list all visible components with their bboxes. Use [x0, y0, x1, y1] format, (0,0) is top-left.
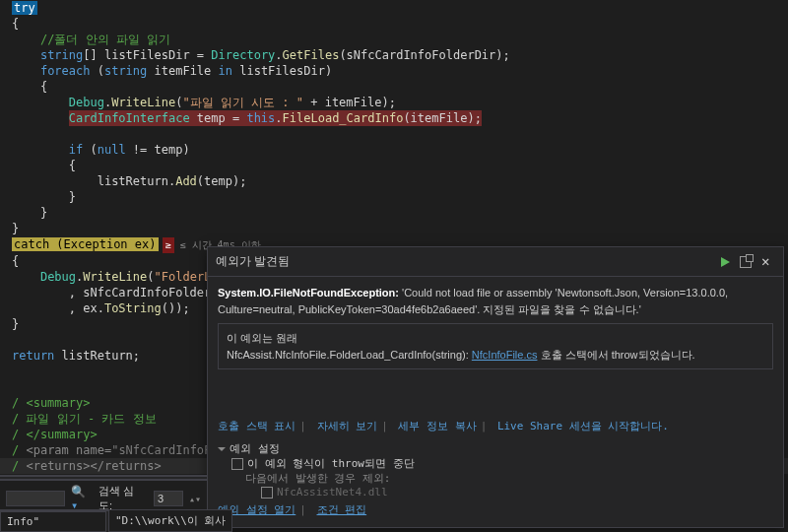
origin-label: 이 예외는 원래 — [227, 330, 764, 347]
settings-header: 예외 설정 — [230, 442, 280, 455]
code-line: string[] listFilesDir = Directory.GetFil… — [0, 47, 788, 63]
continue-icon[interactable] — [721, 257, 730, 267]
brace: { — [0, 16, 788, 32]
show-callstack-link[interactable]: 호출 스택 표시 — [218, 420, 296, 432]
brace: } — [0, 221, 788, 236]
blank-line — [0, 126, 788, 142]
depth-input[interactable] — [154, 491, 183, 506]
brace: { — [0, 158, 788, 173]
exception-message: System.IO.FileNotFoundException: 'Could … — [218, 285, 773, 317]
comment: //폴더 안의 파일 읽기 — [40, 33, 170, 46]
popup-title: 예외가 발견됨 — [216, 253, 721, 270]
path-cell: "D:\\work\\이 회사 — [108, 509, 232, 532]
exception-popup: 예외가 발견됨 ✕ System.IO.FileNotFoundExceptio… — [207, 246, 784, 528]
popup-action-links: 호출 스택 표시| 자세히 보기| 세부 정보 복사| Live Share 세… — [208, 415, 783, 437]
brace: } — [0, 189, 788, 205]
origin-detail: NfcAssist.NfcInfoFile.FolderLoad_CardInf… — [227, 347, 764, 364]
search-input[interactable] — [6, 491, 65, 506]
code-line: Debug.WriteLine("파일 읽기 시도 : " + itemFile… — [0, 95, 788, 110]
code-line: foreach (string itemFile in listFilesDir… — [0, 63, 788, 79]
breakpoint-badge: ≥ — [163, 237, 174, 253]
view-details-link[interactable]: 자세히 보기 — [317, 420, 378, 432]
exception-origin-box: 이 예외는 원래 NfcAssist.NfcInfoFile.FolderLoa… — [218, 323, 773, 369]
exception-line: CardInfoInterface temp = this.FileLoad_C… — [0, 110, 788, 126]
source-file-link[interactable]: NfcInfoFile.cs — [472, 349, 538, 361]
copy-details-link[interactable]: 세부 정보 복사 — [398, 420, 476, 432]
except-from-label: 다음에서 발생한 경우 제외: — [218, 471, 773, 486]
module-name: NfcAssistNet4.dll — [277, 486, 388, 499]
code-line: listReturn.Add(temp); — [0, 173, 788, 189]
module-checkbox[interactable] — [261, 487, 273, 499]
chevron-down-icon[interactable] — [218, 447, 226, 451]
break-on-throw-checkbox[interactable] — [231, 458, 243, 470]
brace: } — [0, 205, 788, 221]
edit-conditions-link[interactable]: 조건 편집 — [317, 503, 367, 516]
popup-header: 예외가 발견됨 ✕ — [208, 247, 783, 277]
break-on-throw-label: 이 예외 형식이 throw되면 중단 — [247, 457, 415, 470]
try-keyword: try — [12, 1, 37, 15]
code-line: if (null != temp) — [0, 142, 788, 158]
search-icon[interactable]: 🔍▾ — [71, 485, 93, 512]
brace: { — [0, 79, 788, 95]
liveshare-link[interactable]: Live Share 세션을 시작합니다. — [497, 420, 669, 432]
info-cell: Info" — [0, 511, 106, 532]
popout-icon[interactable] — [740, 256, 752, 268]
close-icon[interactable]: ✕ — [761, 255, 775, 269]
stepper-icon[interactable]: ▴▾ — [189, 494, 201, 504]
exception-settings: 예외 설정 이 예외 형식이 throw되면 중단 다음에서 발생한 경우 제외… — [208, 437, 783, 527]
